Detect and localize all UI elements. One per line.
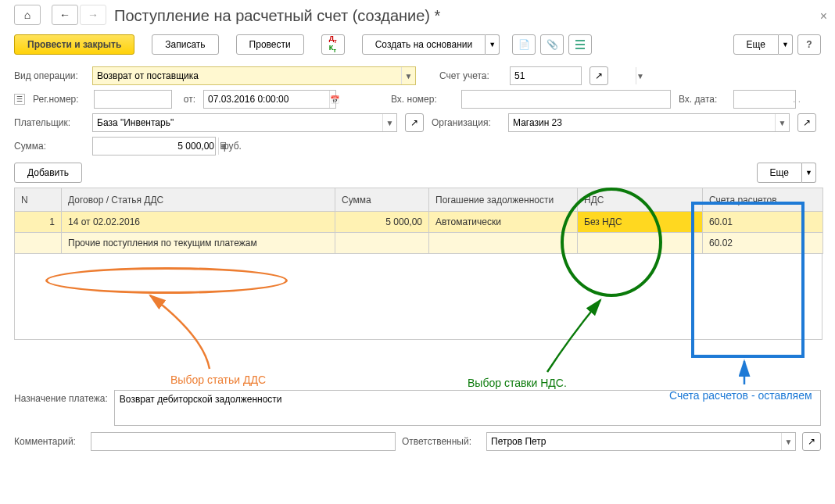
col-debt[interactable]: Погашение задолженности xyxy=(429,188,578,212)
page-icon xyxy=(518,39,530,50)
linked-docs-button[interactable] xyxy=(512,34,536,55)
account-label: Счет учета: xyxy=(439,70,502,81)
payer-lookup[interactable]: ▼ xyxy=(92,113,397,132)
regno-label: Рег.номер: xyxy=(33,94,86,105)
cell-dds[interactable]: Прочие поступления по текущим платежам xyxy=(62,233,335,254)
comment-label: Комментарий: xyxy=(14,436,84,447)
table-body-blank[interactable] xyxy=(14,254,822,340)
cell-debt[interactable]: Автоматически xyxy=(429,212,578,233)
operation-type-label: Вид операции: xyxy=(14,70,84,81)
help-button[interactable]: ? xyxy=(797,34,821,55)
sum-label: Сумма: xyxy=(14,141,84,152)
org-lookup[interactable]: ▼ xyxy=(508,113,790,132)
operation-type-input[interactable] xyxy=(93,67,401,84)
account-open-button[interactable] xyxy=(590,66,608,85)
currency-label: руб. xyxy=(224,141,247,152)
chevron-down-icon[interactable]: ▼ xyxy=(781,433,795,450)
org-label: Организация: xyxy=(432,117,500,128)
more-dropdown[interactable]: ▼ xyxy=(779,34,793,55)
chevron-down-icon[interactable]: ▼ xyxy=(382,114,396,131)
date-input[interactable] xyxy=(204,91,329,108)
org-open-button[interactable] xyxy=(797,113,816,132)
operation-type-select[interactable]: ▼ xyxy=(92,66,416,85)
responsible-lookup[interactable]: ▼ xyxy=(486,432,796,451)
table-row[interactable]: Прочие поступления по текущим платежам 6… xyxy=(15,233,823,254)
create-based-button[interactable]: Создать на основании xyxy=(362,34,486,55)
responsible-input[interactable] xyxy=(487,433,781,450)
in-date-input[interactable] xyxy=(734,91,835,108)
close-button[interactable]: × xyxy=(820,9,827,23)
page-title: Поступление на расчетный счет (создание)… xyxy=(114,5,440,25)
col-contract[interactable]: Договор / Статья ДДС xyxy=(62,188,335,212)
open-icon xyxy=(803,117,811,128)
dtct-icon: ДтКт xyxy=(329,35,337,54)
col-vat[interactable]: НДС xyxy=(578,188,703,212)
calendar-icon[interactable]: 📅 xyxy=(329,91,339,108)
col-sum[interactable]: Сумма xyxy=(335,188,429,212)
table-row[interactable]: 1 14 от 02.02.2016 5 000,00 Автоматическ… xyxy=(15,212,823,233)
regno-icon: ☰ xyxy=(14,94,25,105)
date-picker[interactable]: 📅 xyxy=(203,90,336,109)
chevron-down-icon[interactable]: ▼ xyxy=(775,114,789,131)
account-input[interactable] xyxy=(511,67,636,84)
sum-input[interactable] xyxy=(93,138,218,155)
sum-input-wrap[interactable] xyxy=(92,137,216,155)
forward-button[interactable]: → xyxy=(80,5,106,25)
dtct-button[interactable]: ДтКт xyxy=(321,34,345,55)
table-more-button[interactable]: Еще xyxy=(757,163,802,183)
cell-acc2[interactable]: 60.02 xyxy=(703,233,823,254)
post-button[interactable]: Провести xyxy=(236,34,304,55)
cell-acc[interactable]: 60.01 xyxy=(703,212,823,233)
col-n[interactable]: N xyxy=(15,188,62,212)
home-button[interactable]: ⌂ xyxy=(14,5,41,25)
in-no-input[interactable] xyxy=(461,90,671,109)
payer-open-button[interactable] xyxy=(405,113,424,132)
comment-input[interactable] xyxy=(91,432,396,451)
list-icon xyxy=(575,40,585,50)
from-label: от: xyxy=(180,94,195,105)
responsible-label: Ответственный: xyxy=(402,436,480,447)
col-acc[interactable]: Счета расчетов xyxy=(703,188,823,212)
open-icon xyxy=(410,117,418,128)
back-button[interactable]: ← xyxy=(52,5,78,25)
cell-sum[interactable]: 5 000,00 xyxy=(335,212,429,233)
payer-input[interactable] xyxy=(93,114,382,131)
payer-label: Плательщик: xyxy=(14,117,84,128)
open-icon xyxy=(808,436,815,447)
in-date-picker[interactable]: 📅 xyxy=(733,90,796,109)
chevron-down-icon[interactable]: ▼ xyxy=(401,67,415,84)
in-date-label: Вх. дата: xyxy=(679,94,726,105)
table-more-dropdown[interactable]: ▼ xyxy=(802,163,816,183)
cell-n: 1 xyxy=(15,212,62,233)
attachments-button[interactable] xyxy=(540,34,564,55)
in-no-label: Вх. номер: xyxy=(391,94,453,105)
memo-input[interactable]: Возврат дебиторской задолженности xyxy=(114,390,821,426)
home-icon: ⌂ xyxy=(24,9,30,21)
memo-label: Назначение платежа: xyxy=(14,390,108,404)
open-icon xyxy=(595,70,603,81)
list-button[interactable] xyxy=(568,34,592,55)
chevron-down-icon[interactable]: ▼ xyxy=(636,67,644,84)
add-row-button[interactable]: Добавить xyxy=(14,163,82,183)
post-and-close-button[interactable]: Провести и закрыть xyxy=(14,34,134,55)
cell-vat[interactable]: Без НДС xyxy=(578,212,703,233)
details-table: N Договор / Статья ДДС Сумма Погашение з… xyxy=(14,188,823,254)
account-select[interactable]: ▼ xyxy=(510,66,582,85)
more-button[interactable]: Еще xyxy=(733,34,779,55)
save-button[interactable]: Записать xyxy=(152,34,218,55)
arrow-right-icon: → xyxy=(88,9,99,21)
org-input[interactable] xyxy=(509,114,775,131)
arrow-left-icon: ← xyxy=(59,9,70,21)
responsible-open-button[interactable] xyxy=(802,432,821,451)
cell-contract[interactable]: 14 от 02.02.2016 xyxy=(62,212,335,233)
clip-icon xyxy=(547,39,558,50)
create-based-dropdown[interactable]: ▼ xyxy=(486,34,500,55)
regno-input[interactable] xyxy=(94,90,172,109)
